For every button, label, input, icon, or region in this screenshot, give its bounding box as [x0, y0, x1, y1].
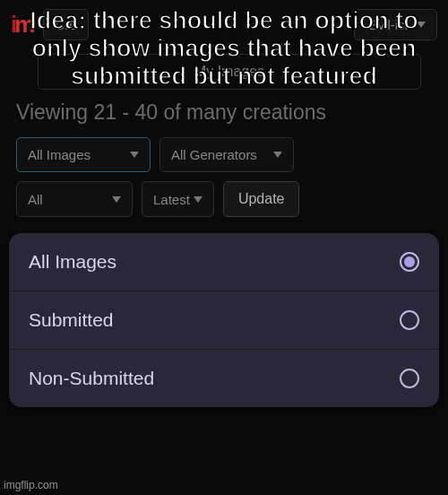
viewing-status: Viewing 21 - 40 of many creations	[0, 100, 448, 125]
filter-latest[interactable]: Latest	[142, 181, 214, 217]
chevron-down-icon	[273, 152, 282, 158]
menu-item-label: Non-Submitted	[29, 368, 154, 389]
filter-label: All Images	[28, 147, 90, 162]
update-button[interactable]: Update	[223, 181, 300, 217]
chevron-down-icon	[130, 152, 139, 158]
update-label: Update	[238, 191, 285, 206]
radio-icon	[400, 310, 419, 330]
filter-all-images[interactable]: All Images	[16, 137, 151, 172]
chevron-down-icon	[194, 196, 202, 203]
chevron-down-icon	[112, 196, 121, 203]
filter-all-generators[interactable]: All Generators	[159, 137, 294, 172]
radio-icon	[400, 369, 419, 388]
filter-row-1: All Images All Generators	[0, 137, 448, 172]
menu-item-label: Submitted	[29, 309, 114, 331]
menu-item-label: All Images	[29, 251, 116, 273]
filter-label: All	[28, 192, 43, 207]
radio-icon	[400, 252, 419, 272]
filter-all[interactable]: All	[16, 181, 133, 217]
filter-row-2: All Latest Update	[0, 181, 448, 217]
filter-label: All Generators	[171, 147, 257, 162]
menu-item-all-images[interactable]: All Images	[9, 233, 439, 291]
menu-item-submitted[interactable]: Submitted	[9, 291, 439, 350]
image-filter-menu: All Images Submitted Non-Submitted	[9, 233, 439, 407]
filter-label: Latest	[153, 192, 190, 207]
watermark: imgflip.com	[4, 479, 58, 491]
menu-item-non-submitted[interactable]: Non-Submitted	[9, 350, 439, 407]
meme-caption-text: Idea: there should be an option to only …	[0, 7, 448, 91]
